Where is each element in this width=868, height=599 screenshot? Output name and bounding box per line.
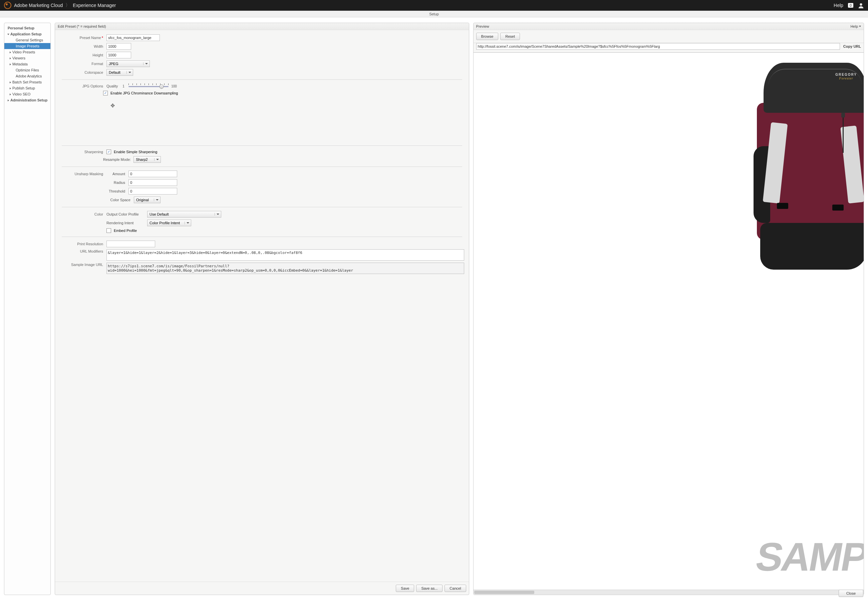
notification-count[interactable]: 0	[848, 3, 853, 8]
adobe-logo-icon	[4, 2, 11, 9]
brand-name: Adobe Marketing Cloud	[14, 3, 63, 8]
chevron-right-icon: 〉	[65, 2, 70, 8]
app-titlebar: Adobe Marketing Cloud 〉 Experience Manag…	[0, 0, 868, 11]
product-name: Experience Manager	[73, 3, 116, 8]
help-link[interactable]: Help	[833, 3, 843, 8]
user-icon[interactable]	[858, 2, 864, 8]
section-subheader: Setup	[0, 11, 868, 17]
svg-point-0	[860, 3, 862, 6]
